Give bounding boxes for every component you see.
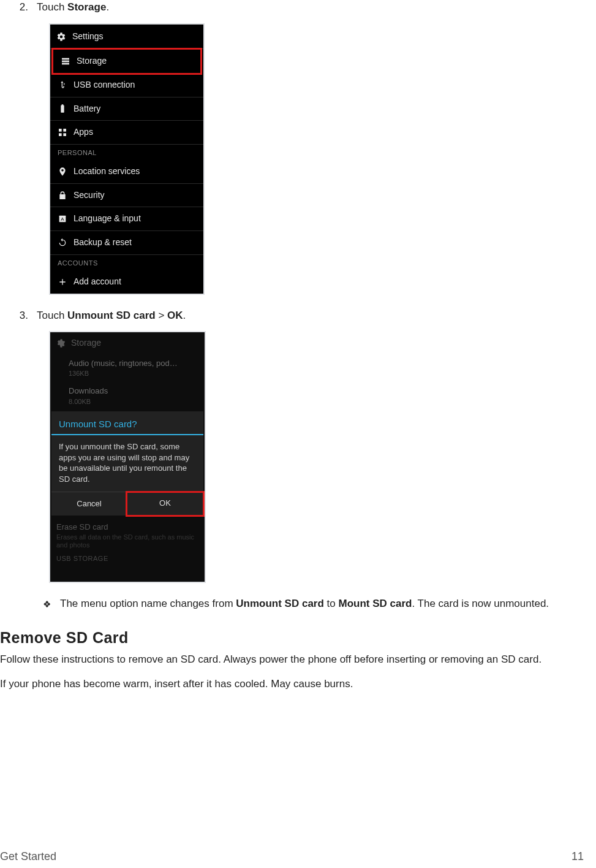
body-paragraph: If your phone has become warm, insert af… [0,677,584,691]
settings-item-label: Battery [74,103,100,115]
footer-page-number: 11 [571,849,584,864]
settings-title: Settings [72,31,104,43]
step-number: 2. [0,0,37,15]
ok-button[interactable]: OK [126,491,205,517]
svg-text:A: A [61,216,64,222]
settings-item-label: Storage [77,55,107,67]
settings-item-label: Location services [74,166,140,178]
storage-item-audio: Audio (music, ringtones, pod… 136KB [50,354,205,383]
apps-icon [58,128,67,137]
settings-item-security[interactable]: Security [50,184,203,208]
usb-icon [58,80,67,90]
svg-rect-3 [59,129,62,132]
settings-item-location[interactable]: Location services [50,160,203,184]
settings-item-battery[interactable]: Battery [50,97,203,121]
svg-rect-0 [62,58,69,60]
storage-header: Storage [50,332,205,354]
settings-item-add-account[interactable]: Add account [50,270,203,294]
settings-section-accounts: ACCOUNTS [50,255,203,270]
storage-item-downloads: Downloads 8.00KB [50,382,205,410]
settings-section-personal: PERSONAL [50,145,203,160]
settings-item-label: Security [74,189,105,202]
body-paragraph: Follow these instructions to remove an S… [0,652,584,667]
battery-icon [58,104,67,113]
screenshot-settings: Settings Storage USB con [49,23,205,295]
step-number: 3. [0,308,37,323]
step-text: Touch Unmount SD card > OK. [37,308,584,323]
settings-item-apps[interactable]: Apps [50,121,203,145]
dialog-title: Unmount SD card? [51,411,203,435]
cancel-button[interactable]: Cancel [51,492,127,516]
unmount-dialog: Unmount SD card? If you unmount the SD c… [51,411,203,516]
note-text: The menu option name changes from Unmoun… [60,596,584,611]
screenshot-unmount-dialog: Storage Audio (music, ringtones, pod… 13… [49,331,206,583]
settings-item-language[interactable]: A Language & input [50,207,203,231]
section-heading: Remove SD Card [0,627,584,649]
gear-icon [56,32,66,42]
settings-item-backup[interactable]: Backup & reset [50,231,203,255]
storage-item-erase: Erase SD card Erases all data on the SD … [50,517,205,552]
plus-icon [58,277,67,287]
storage-header-label: Storage [71,337,101,349]
bullet-icon: ❖ [43,596,60,611]
svg-rect-5 [59,133,62,136]
language-icon: A [58,214,67,224]
svg-rect-4 [63,129,66,132]
settings-item-label: Add account [74,276,121,288]
storage-icon [61,56,70,66]
svg-rect-6 [63,133,66,136]
step-text: Touch Storage. [37,0,584,15]
location-icon [58,167,67,177]
storage-section-usb: USB STORAGE [50,552,205,582]
settings-title-row: Settings [50,25,203,50]
settings-item-storage[interactable]: Storage [51,48,202,75]
svg-rect-2 [62,63,69,65]
settings-item-label: USB connection [74,79,135,91]
settings-item-label: Language & input [74,213,141,225]
lock-icon [58,191,67,200]
backup-icon [58,238,67,248]
settings-item-label: Apps [74,126,93,139]
footer-section: Get Started [0,849,56,864]
gear-icon [56,338,66,348]
settings-item-label: Backup & reset [74,237,132,249]
settings-item-usb[interactable]: USB connection [50,74,203,97]
svg-rect-1 [62,61,69,63]
dialog-message: If you unmount the SD card, some apps yo… [51,435,203,492]
